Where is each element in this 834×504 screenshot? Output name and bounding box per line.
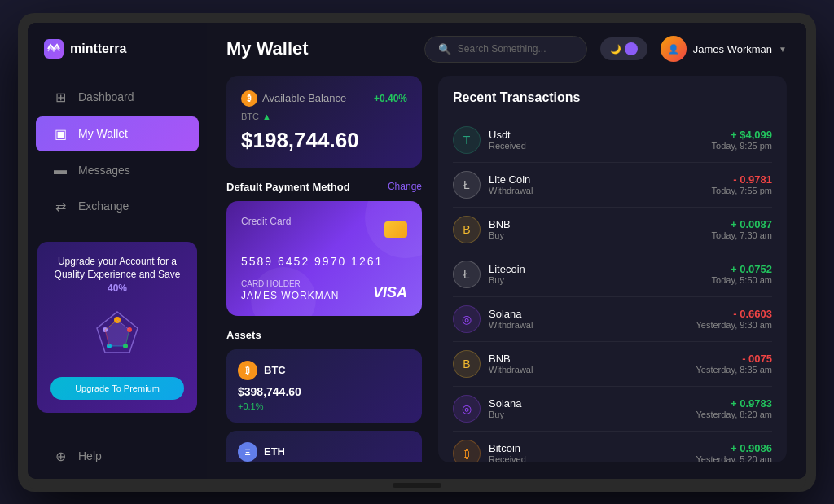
upgrade-highlight: 40%	[108, 283, 127, 294]
tx-icon: Ł	[453, 261, 481, 288]
card-type: Credit Card	[241, 216, 291, 227]
content-area: ₿ Available Balance +0.40% BTC ▲ $198,74…	[207, 76, 806, 479]
sidebar-item-wallet-label: My Wallet	[78, 127, 128, 140]
theme-toggle[interactable]: 🌙	[600, 37, 647, 60]
search-placeholder: Search Something...	[458, 43, 546, 55]
asset-name-eth: ETH	[264, 445, 285, 458]
transaction-item: B BNB Buy + 0.0087 Today, 7:30 am	[453, 208, 772, 252]
main-content: My Wallet 🔍 Search Something... 🌙 👤	[207, 23, 806, 479]
dashboard-icon: ⊞	[52, 90, 68, 105]
transaction-item: Ł Litecoin Buy + 0.0752 Today, 5:50 am	[453, 252, 772, 297]
balance-label: ₿ Available Balance	[241, 90, 346, 107]
transactions-list: T Usdt Received + $4,099 Today, 9:25 pm …	[453, 118, 772, 462]
assets-list: ₿ BTC $398,744.60 +0.1% Ξ ETH $125,985.2…	[226, 349, 422, 462]
sidebar: mintterra ⊞ Dashboard ▣ My Wallet ▬ Mess…	[28, 23, 207, 479]
tx-icon: Ł	[453, 171, 481, 199]
laptop-bottom	[28, 479, 806, 492]
card-footer: CARD HOLDER JAMES WORKMAN VISA	[241, 279, 407, 301]
user-dropdown-icon: ▼	[779, 45, 787, 54]
sidebar-bottom: ⊕ Help ⚙ Settings	[28, 429, 207, 479]
tx-amount: + $4,099	[712, 129, 772, 141]
asset-icon-eth: Ξ	[238, 442, 257, 462]
help-icon: ⊕	[52, 449, 68, 464]
transactions-panel: Recent Transactions T Usdt Received + $4…	[438, 76, 787, 462]
tx-amount: + 0.9086	[696, 442, 772, 454]
sidebar-item-exchange[interactable]: ⇄ Exchange	[36, 189, 199, 224]
tx-type: Withdrawal	[489, 365, 533, 375]
laptop-notch	[393, 483, 441, 488]
exchange-icon: ⇄	[52, 199, 68, 214]
wallet-icon: ▣	[52, 126, 68, 142]
payment-section: Default Payment Method Change Credit Car…	[226, 181, 422, 316]
sidebar-item-messages-label: Messages	[78, 164, 130, 177]
tx-icon: ◎	[453, 395, 481, 423]
tx-name: Usdt	[489, 129, 526, 141]
topbar: My Wallet 🔍 Search Something... 🌙 👤	[207, 23, 806, 76]
balance-btc: BTC ▲	[241, 112, 407, 121]
tx-icon: ◎	[453, 305, 481, 333]
tx-amount: + 0.0087	[712, 218, 772, 230]
tx-amount: - 0.9781	[712, 173, 772, 186]
upgrade-card: Upgrade your Account for a Quality Exper…	[37, 242, 197, 413]
tx-type: Buy	[489, 410, 521, 419]
card-number: 5589 6452 9970 1261	[241, 255, 407, 268]
tx-name: Lite Coin	[489, 173, 533, 186]
tx-amount: + 0.0752	[712, 263, 772, 275]
tx-type: Buy	[489, 230, 511, 240]
tx-amount: + 0.9783	[696, 397, 772, 410]
sidebar-item-help-label: Help	[78, 449, 102, 462]
user-info[interactable]: 👤 James Workman ▼	[661, 36, 787, 62]
transaction-item: B BNB Withdrawal - 0075 Yesterday, 8:35 …	[453, 342, 772, 387]
sidebar-item-wallet[interactable]: ▣ My Wallet	[36, 116, 199, 151]
balance-change: +0.40%	[374, 93, 407, 104]
tx-type: Received	[489, 454, 526, 462]
tx-time: Yesterday, 5:20 am	[696, 454, 772, 462]
nav-menu: ⊞ Dashboard ▣ My Wallet ▬ Messages ⇄ Exc…	[28, 78, 207, 226]
balance-header: ₿ Available Balance +0.40%	[241, 90, 407, 107]
toggle-dot	[625, 42, 638, 55]
svg-marker-1	[105, 320, 129, 346]
sidebar-item-dashboard-label: Dashboard	[78, 90, 134, 103]
user-name: James Workman	[693, 43, 772, 55]
search-bar[interactable]: 🔍 Search Something...	[424, 36, 587, 63]
balance-amount: $198,744.60	[241, 128, 407, 153]
assets-title: Assets	[226, 329, 422, 341]
sidebar-item-messages[interactable]: ▬ Messages	[36, 153, 199, 187]
transaction-item: ◎ Solana Withdrawal - 0.6603 Yesterday, …	[453, 297, 772, 342]
sidebar-item-settings[interactable]: ⚙ Settings	[36, 476, 199, 479]
tx-amount: - 0075	[696, 353, 772, 365]
tx-type: Buy	[489, 275, 525, 285]
assets-section: Assets ₿ BTC $398,744.60 +0.1% Ξ ETH $12…	[226, 329, 422, 462]
payment-section-title: Default Payment Method	[226, 181, 350, 193]
tx-icon: B	[453, 350, 481, 378]
btc-badge: ₿	[241, 90, 257, 107]
transaction-item: Ł Lite Coin Withdrawal - 0.9781 Today, 7…	[453, 163, 772, 208]
search-icon: 🔍	[438, 43, 451, 55]
page-title: My Wallet	[226, 38, 309, 59]
messages-icon: ▬	[52, 163, 68, 177]
transactions-title: Recent Transactions	[453, 90, 772, 105]
tx-time: Today, 7:55 pm	[712, 186, 772, 195]
tx-type: Withdrawal	[489, 186, 533, 195]
sidebar-item-help[interactable]: ⊕ Help	[36, 439, 199, 474]
change-payment-button[interactable]: Change	[388, 181, 422, 192]
screen: mintterra ⊞ Dashboard ▣ My Wallet ▬ Mess…	[28, 23, 806, 479]
asset-icon-btc: ₿	[238, 361, 257, 380]
sidebar-item-dashboard[interactable]: ⊞ Dashboard	[36, 80, 199, 115]
tx-name: Bitcoin	[489, 442, 526, 454]
tx-name: Solana	[489, 397, 521, 410]
tx-time: Yesterday, 8:20 am	[696, 410, 772, 419]
tx-type: Received	[489, 141, 526, 151]
balance-card: ₿ Available Balance +0.40% BTC ▲ $198,74…	[226, 76, 422, 168]
upgrade-button[interactable]: Upgrade To Premium	[50, 377, 184, 400]
card-chip	[384, 221, 407, 238]
topbar-right: 🔍 Search Something... 🌙 👤 James Workman …	[424, 36, 787, 63]
transaction-item: ◎ Solana Buy + 0.9783 Yesterday, 8:20 am	[453, 387, 772, 432]
tx-time: Today, 7:30 am	[712, 230, 772, 240]
upgrade-visual	[85, 304, 150, 369]
tx-time: Today, 9:25 pm	[712, 141, 772, 151]
tx-icon: ₿	[453, 440, 481, 462]
tx-time: Today, 5:50 am	[712, 275, 772, 285]
tx-icon: B	[453, 216, 481, 243]
card-network: VISA	[373, 284, 407, 301]
